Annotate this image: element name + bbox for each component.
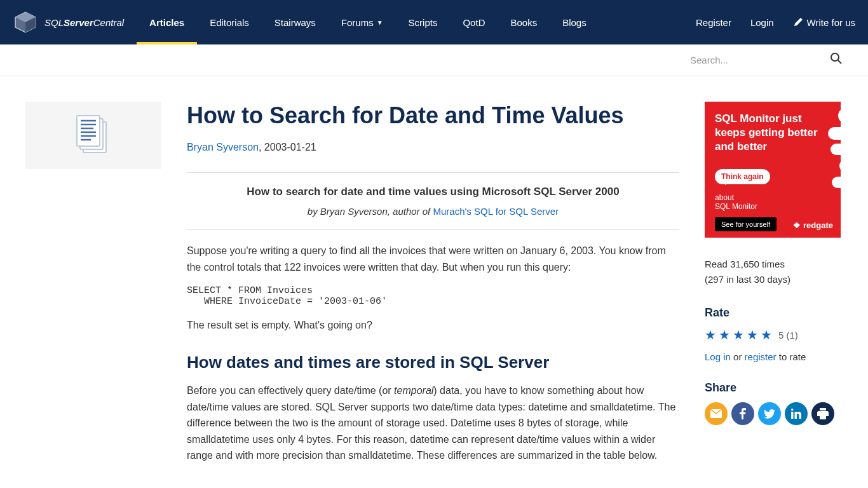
share-buttons <box>705 402 841 425</box>
login-to-rate[interactable]: Log in <box>705 351 731 362</box>
share-email-button[interactable] <box>705 402 728 425</box>
search-icon[interactable] <box>830 52 843 68</box>
nav-editorials[interactable]: Editorials <box>197 0 262 44</box>
nav-forums[interactable]: Forums▼ <box>329 0 396 44</box>
article-main: How to Search for Date and Time Values B… <box>187 102 679 474</box>
star-icon: ★ <box>719 327 730 342</box>
paragraph: The result set is empty. What's going on… <box>187 317 679 334</box>
byline: Bryan Syverson, 2003-01-21 <box>187 142 679 153</box>
register-link[interactable]: Register <box>696 17 731 28</box>
code-block: SELECT * FROM Invoices WHERE InvoiceDate… <box>187 285 679 307</box>
ad-banner[interactable]: SQL Monitor just keeps getting better an… <box>705 102 841 238</box>
divider <box>187 229 679 230</box>
ad-decoration <box>828 108 841 205</box>
print-icon <box>817 408 829 419</box>
svg-point-3 <box>831 53 839 61</box>
author-link[interactable]: Bryan Syverson <box>187 142 259 152</box>
share-heading: Share <box>705 381 841 395</box>
share-facebook-button[interactable] <box>731 402 754 425</box>
left-sidebar <box>25 102 161 474</box>
book-link[interactable]: Murach's SQL for SQL Server <box>433 206 559 217</box>
search-wrapper <box>690 50 843 71</box>
paragraph: Before you can effectively query date/ti… <box>187 383 679 464</box>
write-for-us-link[interactable]: Write for us <box>793 17 855 28</box>
facebook-icon <box>740 408 746 419</box>
star-icon: ★ <box>705 327 716 342</box>
star-icon: ★ <box>733 327 744 342</box>
nav-books[interactable]: Books <box>498 0 550 44</box>
ad-brand: ❖ redgate <box>793 220 833 230</box>
register-to-rate[interactable]: register <box>745 351 776 362</box>
star-icon: ★ <box>761 327 772 342</box>
logo-icon <box>13 10 38 35</box>
nav-right: Register Login Write for us <box>696 17 855 28</box>
linkedin-icon <box>791 409 801 419</box>
read-count: Read 31,650 times <box>705 257 841 272</box>
star-rating[interactable]: ★ ★ ★ ★ ★ 5 (1) <box>705 327 841 342</box>
paragraph: Suppose you're writing a query to find a… <box>187 243 679 275</box>
ad-cta-button[interactable]: See for yourself <box>715 217 776 231</box>
twitter-icon <box>764 409 775 419</box>
divider <box>187 172 679 173</box>
nav-stairways[interactable]: Stairways <box>262 0 329 44</box>
pencil-icon <box>793 17 803 27</box>
share-linkedin-button[interactable] <box>785 402 808 425</box>
nav-articles[interactable]: Articles <box>137 0 197 44</box>
right-sidebar: SQL Monitor just keeps getting better an… <box>705 102 841 474</box>
ad-bubble: Think again <box>715 169 770 184</box>
search-input[interactable] <box>690 50 830 71</box>
article-date: 2003-01-21 <box>264 142 316 152</box>
print-button[interactable] <box>811 402 834 425</box>
search-bar <box>0 44 868 76</box>
nav-scripts[interactable]: Scripts <box>396 0 451 44</box>
section-heading: How dates and times are stored in SQL Se… <box>187 353 679 372</box>
nav-blogs[interactable]: Blogs <box>550 0 599 44</box>
star-icon: ★ <box>747 327 758 342</box>
svg-line-4 <box>838 60 841 64</box>
rate-heading: Rate <box>705 306 841 320</box>
ad-subtext: about SQL Monitor <box>715 193 831 211</box>
logo-text: SQLServerCentral <box>44 17 124 28</box>
chevron-down-icon: ▼ <box>377 19 383 26</box>
article-title: How to Search for Date and Time Values <box>187 102 679 129</box>
email-icon <box>710 409 722 418</box>
article-type-icon <box>25 102 161 169</box>
rating-score: 5 (1) <box>778 330 798 341</box>
ad-headline: SQL Monitor just keeps getting better an… <box>715 112 831 154</box>
nav-qotd[interactable]: QotD <box>450 0 498 44</box>
article-credit: by Bryan Syverson, author of Murach's SQ… <box>187 206 679 217</box>
read-recent: (297 in last 30 days) <box>705 272 841 287</box>
share-twitter-button[interactable] <box>758 402 781 425</box>
top-nav: SQLServerCentral Articles Editorials Sta… <box>0 0 868 44</box>
logo[interactable]: SQLServerCentral <box>13 10 124 35</box>
rate-prompt: Log in or register to rate <box>705 351 841 362</box>
nav-items: Articles Editorials Stairways Forums▼ Sc… <box>137 0 696 44</box>
login-link[interactable]: Login <box>750 17 774 28</box>
article-subtitle: How to search for date and time values u… <box>187 186 679 198</box>
